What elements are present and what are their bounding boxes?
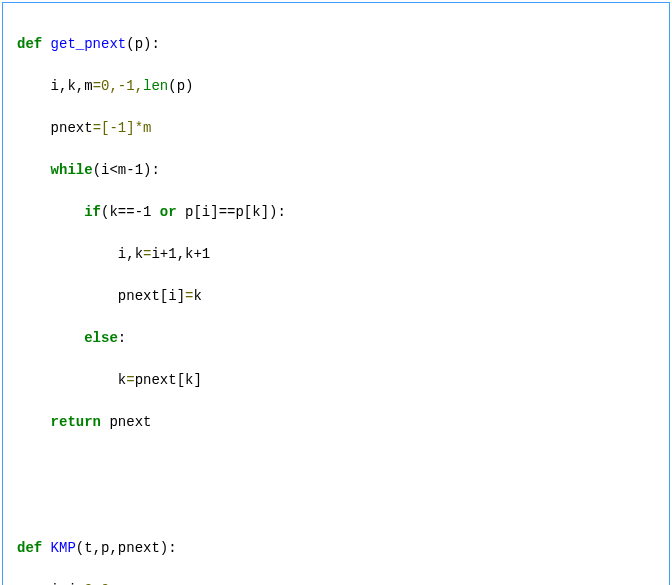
code-line: else: [17, 328, 655, 349]
code-block: def get_pnext(p): i,k,m=0,-1,len(p) pnex… [2, 2, 670, 585]
keyword-or: or [160, 204, 177, 220]
code-line: while(i<m-1): [17, 160, 655, 181]
keyword-else: else [84, 330, 118, 346]
code-line: def KMP(t,p,pnext): [17, 538, 655, 559]
code-line: if(k==-1 or p[i]==p[k]): [17, 202, 655, 223]
keyword-def: def [17, 540, 51, 556]
code-line: return pnext [17, 412, 655, 433]
code-line: def get_pnext(p): [17, 34, 655, 55]
code-line: pnext=[-1]*m [17, 118, 655, 139]
keyword-return: return [51, 414, 101, 430]
code-line: i,k,m=0,-1,len(p) [17, 76, 655, 97]
code-line: pnext[i]=k [17, 286, 655, 307]
code-line: i,j=0,0 [17, 580, 655, 585]
code-line: i,k=i+1,k+1 [17, 244, 655, 265]
keyword-def: def [17, 36, 51, 52]
keyword-while: while [51, 162, 93, 178]
code-line: k=pnext[k] [17, 370, 655, 391]
keyword-if: if [84, 204, 101, 220]
function-name: KMP [51, 540, 76, 556]
function-name: get_pnext [51, 36, 127, 52]
blank-line [17, 454, 655, 475]
blank-line [17, 496, 655, 517]
